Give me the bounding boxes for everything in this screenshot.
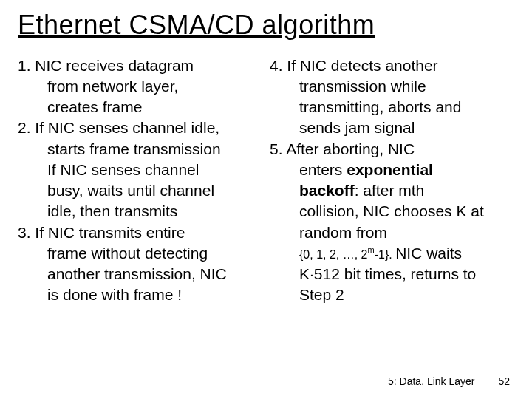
step-3-line: 3. If NIC transmits entire <box>18 223 262 242</box>
step-1-line: 1. NIC receives datagram <box>18 56 262 75</box>
step-1-line: creates frame <box>18 98 262 117</box>
left-column: 1. NIC receives datagram from network la… <box>18 56 262 307</box>
step-2-line: idle, then transmits <box>18 202 262 221</box>
step-2-line: starts frame transmission <box>18 140 262 159</box>
step-5-line: random from <box>270 223 514 242</box>
superscript: m <box>368 245 375 254</box>
step-2-line: If NIC senses channel <box>18 160 262 180</box>
step-4-line: 4. If NIC detects another <box>270 56 514 75</box>
step-3-line: another transmission, NIC <box>18 265 262 284</box>
step-5-line: {0, 1, 2, …, 2m-1}. NIC waits <box>270 244 514 263</box>
step-5-line: enters exponential <box>270 160 514 180</box>
text: NIC waits <box>395 245 462 262</box>
step-3-line: frame without detecting <box>18 244 262 263</box>
slide: Ethernet CSMA/CD algorithm 1. NIC receiv… <box>0 0 532 399</box>
slide-title: Ethernet CSMA/CD algorithm <box>18 10 514 40</box>
step-2-line: busy, waits until channel <box>18 181 262 200</box>
step-2-line: 2. If NIC senses channel idle, <box>18 118 262 137</box>
step-5-line: K·512 bit times, returns to <box>270 265 514 284</box>
footer-page-number: 52 <box>498 375 510 387</box>
step-4-line: transmission while <box>270 77 514 96</box>
step-4-line: sends jam signal <box>270 118 514 137</box>
step-5-line: 5. After aborting, NIC <box>270 140 514 159</box>
step-1-line: from network layer, <box>18 77 262 96</box>
bold-text: backoff <box>299 182 355 199</box>
step-4-line: transmitting, aborts and <box>270 98 514 117</box>
slide-footer: 5: Data. Link Layer 52 <box>388 375 510 387</box>
bold-text: exponential <box>347 161 433 178</box>
step-3-line: is done with frame ! <box>18 285 262 304</box>
content-columns: 1. NIC receives datagram from network la… <box>18 56 514 307</box>
set-notation: {0, 1, 2, …, 2 <box>299 248 368 261</box>
step-5-line: backoff: after mth <box>270 181 514 200</box>
footer-chapter: 5: Data. Link Layer <box>388 375 475 387</box>
text: enters <box>299 161 347 178</box>
text: : after mth <box>355 182 425 199</box>
set-notation: -1}. <box>375 248 395 261</box>
right-column: 4. If NIC detects another transmission w… <box>270 56 514 307</box>
step-5-line: collision, NIC chooses K at <box>270 202 514 221</box>
step-5-line: Step 2 <box>270 285 514 304</box>
